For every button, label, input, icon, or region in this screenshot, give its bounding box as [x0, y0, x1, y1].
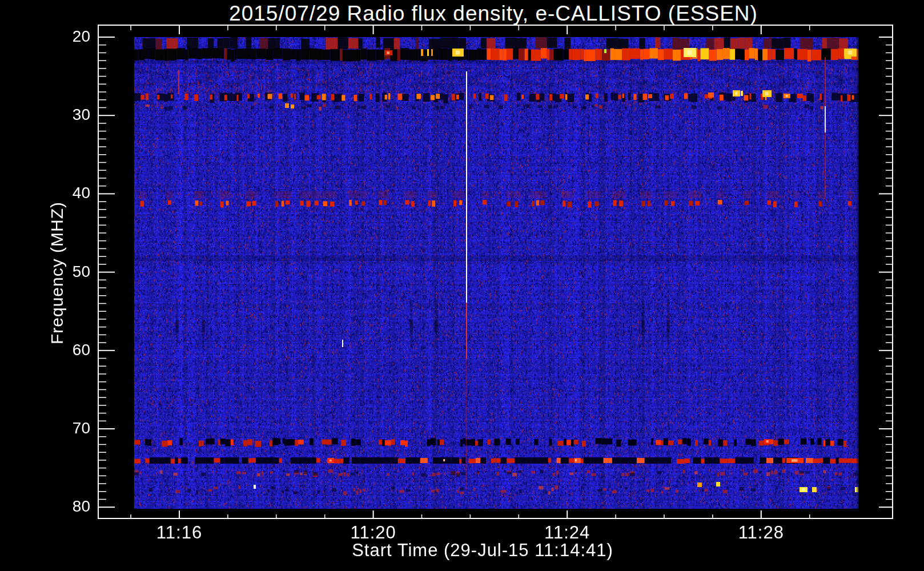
spectrogram-figure: 2015/07/29 Radio flux density, e-CALLIST… [0, 0, 924, 571]
y-tick-label: 20 [27, 27, 90, 46]
y-tick-label: 70 [27, 419, 90, 437]
y-axis-title: Frequency (MHZ) [47, 202, 67, 344]
y-tick-label: 30 [27, 106, 90, 124]
x-axis-title: Start Time (29-Jul-15 11:14:41) [352, 540, 613, 561]
y-tick-label: 40 [27, 184, 90, 202]
x-tick-label: 11:16 [134, 522, 225, 543]
y-tick-label: 80 [27, 497, 90, 516]
axes-canvas [0, 0, 924, 571]
x-tick-label: 11:28 [716, 522, 807, 543]
